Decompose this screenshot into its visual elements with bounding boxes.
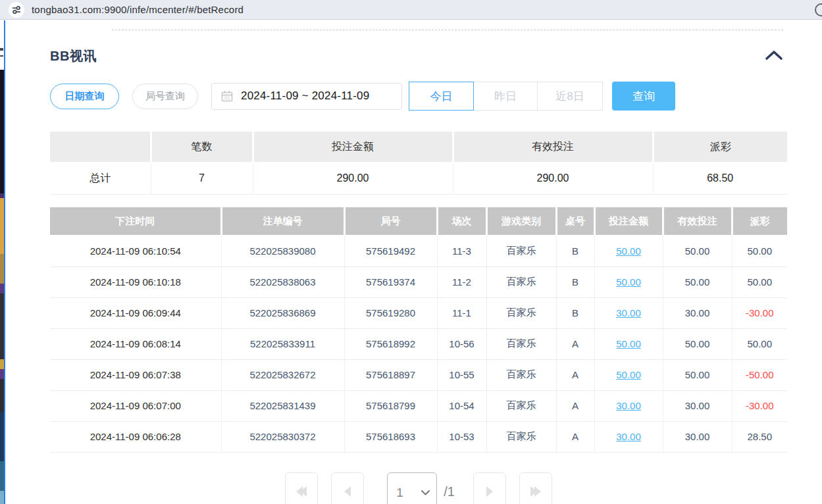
cell-bet-time: 2024-11-09 06:10:18	[50, 266, 221, 297]
cell-payout: -30.00	[732, 297, 787, 328]
next-page-button[interactable]	[473, 472, 506, 504]
cell-bet-time: 2024-11-09 06:08:14	[50, 328, 221, 359]
summary-total-label: 总计	[50, 163, 151, 194]
date-query-tab[interactable]: 日期查询	[50, 84, 119, 109]
search-button[interactable]: 查询	[612, 82, 675, 111]
bet-amount-link[interactable]: 30.00	[616, 431, 641, 442]
cell-session: 11-1	[437, 297, 486, 328]
header-round-number: 局号	[344, 207, 437, 236]
last-page-button[interactable]	[519, 472, 552, 504]
table-row: 2024-11-09 06:08:14522025833911575618992…	[50, 328, 787, 359]
cell-order-number: 522025833911	[221, 328, 344, 359]
total-pages-label: /1	[444, 472, 455, 504]
summary-header-count: 笔数	[151, 132, 253, 163]
header-game-type: 游戏类别	[486, 207, 556, 236]
bet-record-panel: BB视讯 日期查询 局号查询 2024-11-09 ~ 2024-11-09	[5, 20, 822, 504]
header-table-label: 桌号	[556, 207, 594, 236]
cell-order-number: 522025832672	[221, 359, 344, 390]
bet-amount-link[interactable]: 50.00	[616, 369, 641, 380]
cell-round-number: 575618799	[344, 390, 437, 421]
table-row: 2024-11-09 06:10:18522025838063575619374…	[50, 266, 787, 297]
summary-header-valid-bet: 有效投注	[453, 132, 653, 163]
cell-bet-time: 2024-11-09 06:07:38	[50, 359, 221, 390]
cell-valid-bet: 50.00	[663, 266, 732, 297]
cell-round-number: 575618693	[344, 421, 437, 452]
summary-total-row: 总计 7 290.00 290.00 68.50	[50, 163, 787, 194]
left-arrow-icon	[344, 486, 351, 497]
cell-game-type: 百家乐	[486, 390, 556, 421]
cell-round-number: 575619280	[344, 297, 437, 328]
cell-game-type: 百家乐	[486, 359, 556, 390]
summary-header-row: 笔数 投注金额 有效投注 派彩	[50, 132, 787, 163]
cell-session: 10-54	[437, 390, 486, 421]
pagination: 1 /1	[50, 472, 787, 504]
cell-round-number: 575619492	[344, 236, 437, 266]
site-settings-icon[interactable]	[9, 2, 24, 18]
table-row: 2024-11-09 06:07:38522025832672575618897…	[50, 359, 787, 390]
background-page-sliver	[0, 20, 5, 504]
table-row: 2024-11-09 06:07:00522025831439575618799…	[50, 390, 787, 421]
header-bet-amount: 投注金额	[594, 207, 663, 236]
date-range-value: 2024-11-09 ~ 2024-11-09	[241, 89, 369, 103]
summary-header-blank	[50, 132, 151, 163]
cell-table-label: A	[556, 328, 594, 359]
dashed-divider	[112, 30, 783, 30]
bet-amount-link[interactable]: 30.00	[616, 307, 641, 318]
bet-table-body: 2024-11-09 06:10:54522025839080575619492…	[50, 236, 787, 452]
cell-bet-amount: 50.00	[594, 328, 663, 359]
first-page-button[interactable]	[285, 472, 318, 504]
cell-payout: -30.00	[732, 390, 787, 421]
round-query-tab[interactable]: 局号查询	[132, 84, 198, 109]
bet-amount-link[interactable]: 50.00	[616, 276, 641, 288]
header-valid-bet: 有效投注	[663, 207, 732, 236]
cell-valid-bet: 30.00	[663, 421, 732, 452]
cell-bet-amount: 30.00	[594, 297, 663, 328]
browser-url-bar[interactable]: tongbao31.com:9900/infe/mcenter/#/betRec…	[0, 0, 822, 20]
last-8-days-button[interactable]: 近8日	[538, 82, 603, 111]
header-session: 场次	[437, 207, 486, 236]
cell-order-number: 522025839080	[221, 236, 344, 266]
page-select[interactable]: 1	[387, 472, 437, 504]
cell-table-label: A	[556, 359, 594, 390]
yesterday-button[interactable]: 昨日	[474, 82, 538, 111]
cell-round-number: 575618992	[344, 328, 437, 359]
browser-action-icon[interactable]	[815, 3, 822, 16]
table-row: 2024-11-09 06:10:54522025839080575619492…	[50, 236, 787, 266]
bet-amount-link[interactable]: 30.00	[616, 400, 641, 411]
cell-order-number: 522025838063	[221, 266, 344, 297]
cell-game-type: 百家乐	[486, 328, 556, 359]
cell-bet-time: 2024-11-09 06:07:00	[50, 390, 221, 421]
background-menu-icon	[0, 48, 3, 57]
cell-bet-amount: 50.00	[594, 266, 663, 297]
cell-bet-time: 2024-11-09 06:09:44	[50, 297, 221, 328]
bet-table-header-row: 下注时间注单编号局号场次游戏类别桌号投注金额有效投注派彩	[50, 207, 787, 236]
summary-table: 笔数 投注金额 有效投注 派彩 总计 7 290.00 290.00 68.50	[50, 132, 787, 195]
bet-amount-link[interactable]: 50.00	[616, 338, 641, 349]
cell-bet-time: 2024-11-09 06:10:54	[50, 236, 221, 266]
today-button[interactable]: 今日	[409, 82, 474, 111]
summary-payout-value: 68.50	[653, 163, 787, 194]
bet-amount-link[interactable]: 50.00	[616, 245, 641, 257]
cell-valid-bet: 30.00	[663, 390, 732, 421]
summary-count-value: 7	[151, 163, 253, 194]
cell-session: 10-55	[437, 359, 486, 390]
cell-payout: -50.00	[732, 359, 787, 390]
cell-order-number: 522025831439	[221, 390, 344, 421]
collapse-button[interactable]	[764, 49, 784, 61]
cell-session: 11-2	[437, 266, 486, 297]
cell-game-type: 百家乐	[486, 297, 556, 328]
calendar-icon	[221, 90, 233, 102]
cell-game-type: 百家乐	[486, 236, 556, 266]
summary-valid-bet-value: 290.00	[453, 163, 653, 194]
cell-round-number: 575618897	[344, 359, 437, 390]
cell-bet-amount: 30.00	[594, 390, 663, 421]
cell-game-type: 百家乐	[486, 266, 556, 297]
previous-page-button[interactable]	[331, 472, 364, 504]
date-range-input[interactable]: 2024-11-09 ~ 2024-11-09	[211, 83, 402, 110]
cell-session: 11-3	[437, 236, 486, 266]
page-title: BB视讯	[50, 47, 97, 65]
cell-table-label: B	[556, 236, 594, 266]
cell-valid-bet: 50.00	[663, 236, 732, 266]
url-text[interactable]: tongbao31.com:9900/infe/mcenter/#/betRec…	[32, 0, 244, 20]
cell-session: 10-53	[437, 421, 486, 452]
